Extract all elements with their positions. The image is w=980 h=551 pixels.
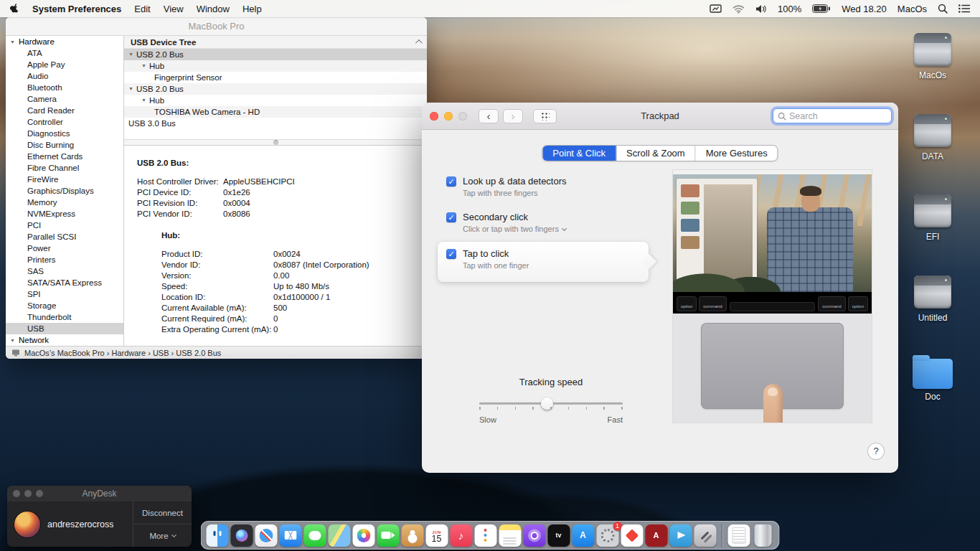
- trackpad-titlebar[interactable]: ‹ › Trackpad: [422, 103, 898, 130]
- battery-percent[interactable]: 100%: [778, 4, 801, 14]
- search-input[interactable]: [773, 108, 892, 123]
- anydesk-titlebar[interactable]: AnyDesk: [7, 486, 192, 501]
- pane-splitter[interactable]: [124, 139, 427, 146]
- apple-menu-icon[interactable]: [10, 4, 19, 14]
- sidebar-item-ata[interactable]: ATA: [6, 47, 123, 59]
- sidebar-group-hardware[interactable]: ▼ Hardware: [6, 36, 123, 47]
- dock-item-notes[interactable]: [499, 524, 521, 547]
- sidebar-item-parallel-scsi[interactable]: Parallel SCSI: [6, 231, 123, 242]
- more-button[interactable]: More: [133, 524, 192, 547]
- dock-item-mail[interactable]: [279, 524, 301, 547]
- sidebar-group-network[interactable]: ▼ Network: [6, 334, 123, 346]
- dock-item-messages[interactable]: [303, 524, 326, 547]
- dock-item-photos[interactable]: [352, 524, 374, 547]
- checkbox-tap-to-click[interactable]: [446, 249, 456, 259]
- tree-row-fingerprint-sensor[interactable]: Fingerprint Sensor: [124, 72, 427, 83]
- dock-item-finder[interactable]: [206, 524, 228, 547]
- tree-row-toshiba-web-camera-hd[interactable]: TOSHIBA Web Camera - HD: [124, 106, 427, 118]
- tracking-speed-slider[interactable]: [479, 397, 623, 414]
- disclosure-triangle-icon[interactable]: ▼: [128, 83, 133, 95]
- display-performance-icon[interactable]: [710, 4, 722, 14]
- minimize-button[interactable]: [24, 490, 32, 497]
- notification-center-icon[interactable]: [958, 4, 970, 13]
- close-button[interactable]: [430, 112, 438, 121]
- secondary-click-dropdown[interactable]: Click or tap with two fingers: [463, 225, 566, 233]
- dock-item-maps[interactable]: [328, 524, 350, 547]
- sidebar-item-power[interactable]: Power: [6, 242, 123, 254]
- sidebar-item-diagnostics[interactable]: Diagnostics: [6, 128, 123, 139]
- sidebar-item-thunderbolt[interactable]: Thunderbolt: [6, 311, 123, 323]
- zoom-button[interactable]: [36, 490, 43, 497]
- menu-edit[interactable]: Edit: [134, 4, 150, 14]
- desktop-icon-untitled[interactable]: Untitled: [903, 273, 963, 323]
- sidebar-item-disc-burning[interactable]: Disc Burning: [6, 139, 123, 151]
- sidebar-item-ethernet-cards[interactable]: Ethernet Cards: [6, 151, 123, 162]
- sidebar-item-memory[interactable]: Memory: [6, 197, 123, 208]
- dock-item-utilities[interactable]: [694, 524, 716, 547]
- sidebar-item-camera[interactable]: Camera: [6, 93, 123, 105]
- tab-point-click[interactable]: Point & Click: [542, 146, 616, 161]
- sidebar-item-storage[interactable]: Storage: [6, 300, 123, 311]
- wifi-icon[interactable]: [732, 4, 745, 14]
- sidebar-item-printers[interactable]: Printers: [6, 254, 123, 265]
- sidebar-item-fibre-channel[interactable]: Fibre Channel: [6, 162, 123, 174]
- desktop-icon-data[interactable]: DATA: [903, 111, 963, 161]
- tree-row-hub[interactable]: ▼Hub: [124, 95, 427, 106]
- dock-item-adobe[interactable]: A: [645, 524, 667, 547]
- menu-clock[interactable]: Wed 18.20: [842, 4, 887, 14]
- disclosure-triangle-icon[interactable]: ▼: [141, 60, 146, 72]
- dock-item-reminders[interactable]: [474, 524, 496, 547]
- sidebar-item-card-reader[interactable]: Card Reader: [6, 105, 123, 116]
- sidebar-item-usb[interactable]: USB: [6, 323, 123, 334]
- spotlight-search-icon[interactable]: [938, 4, 948, 14]
- checkbox-look-up[interactable]: [446, 176, 456, 187]
- close-button[interactable]: [13, 490, 20, 497]
- sidebar-item-apple-pay[interactable]: Apple Pay: [6, 59, 123, 70]
- sysinfo-titlebar[interactable]: MacBook Pro: [6, 17, 427, 36]
- sidebar-item-spi[interactable]: SPI: [6, 288, 123, 300]
- dock-item-system-preferences[interactable]: 1: [596, 524, 618, 547]
- dock-item-safari[interactable]: [255, 524, 277, 547]
- dock-item-siri[interactable]: [230, 524, 253, 547]
- sidebar-item-sata-sata-express[interactable]: SATA/SATA Express: [6, 277, 123, 288]
- tab-more-gestures[interactable]: More Gestures: [696, 146, 778, 161]
- collapse-chevron-icon[interactable]: [415, 39, 423, 47]
- sidebar-item-nvmexpress[interactable]: NVMExpress: [6, 208, 123, 220]
- tree-row-usb-2-0-bus[interactable]: ▼USB 2.0 Bus: [124, 83, 427, 95]
- desktop-icon-doc[interactable]: Doc: [903, 353, 963, 402]
- desktop-icon-efi[interactable]: EFI: [903, 192, 963, 242]
- menu-help[interactable]: Help: [242, 4, 262, 14]
- dock-item-anydesk[interactable]: [621, 524, 643, 547]
- sidebar-item-graphics-displays[interactable]: Graphics/Displays: [6, 185, 123, 197]
- disclosure-triangle-icon[interactable]: ▼: [128, 49, 133, 60]
- checkbox-secondary-click[interactable]: [446, 212, 456, 222]
- dock-item-tv[interactable]: tv: [547, 524, 570, 547]
- dock-item-facetime[interactable]: [377, 524, 399, 547]
- tab-scroll-zoom[interactable]: Scroll & Zoom: [616, 146, 696, 161]
- menu-window[interactable]: Window: [197, 4, 230, 14]
- show-all-preferences-button[interactable]: [533, 109, 557, 123]
- sidebar-item-bluetooth[interactable]: Bluetooth: [6, 82, 123, 93]
- sidebar-item-sas[interactable]: SAS: [6, 265, 123, 277]
- tree-row-hub[interactable]: ▼Hub: [124, 60, 427, 72]
- app-menu-title[interactable]: System Preferences: [32, 4, 121, 14]
- tree-row-usb-2-0-bus[interactable]: ▼USB 2.0 Bus: [124, 49, 427, 60]
- disclosure-triangle-icon[interactable]: ▼: [141, 95, 146, 106]
- volume-icon[interactable]: [755, 4, 767, 14]
- tree-row-usb-3-0-bus[interactable]: USB 3.0 Bus: [124, 118, 427, 129]
- dock-item-trash[interactable]: [755, 524, 772, 547]
- dock-item-telegram[interactable]: [669, 524, 692, 547]
- dock-item-calendar[interactable]: JUN15: [425, 524, 448, 547]
- dock-item-podcasts[interactable]: [523, 524, 545, 547]
- user-menu[interactable]: MacOs: [897, 4, 927, 14]
- dock-item-contacts[interactable]: [401, 524, 423, 547]
- help-button[interactable]: ?: [868, 443, 884, 459]
- dock-item-app-store[interactable]: A: [572, 524, 594, 547]
- battery-charging-icon[interactable]: [812, 4, 831, 13]
- sidebar-item-controller[interactable]: Controller: [6, 116, 123, 128]
- menu-view[interactable]: View: [164, 4, 184, 14]
- sidebar-item-pci[interactable]: PCI: [6, 220, 123, 231]
- sidebar-item-firewire[interactable]: FireWire: [6, 174, 123, 185]
- minimize-button[interactable]: [444, 112, 453, 121]
- sidebar-item-audio[interactable]: Audio: [6, 70, 123, 82]
